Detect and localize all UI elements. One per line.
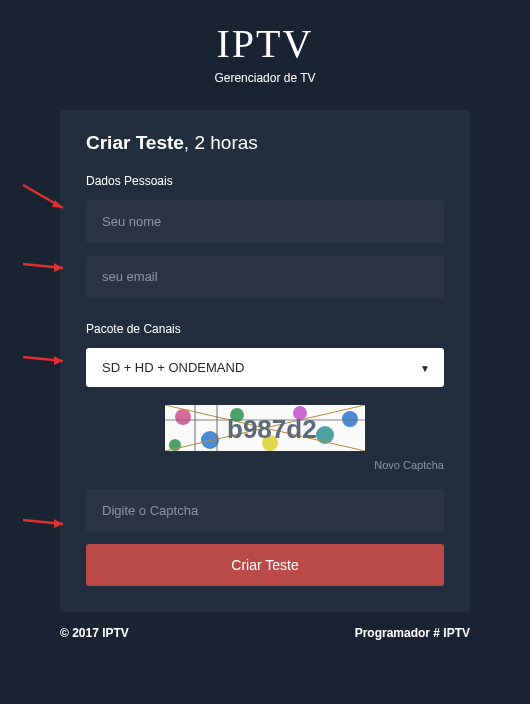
svg-point-2 (201, 431, 219, 449)
svg-line-17 (23, 264, 63, 268)
package-select-wrap: SD + HD + ONDEMAND ▼ (86, 348, 444, 387)
page-header: IPTV Gerenciador de TV (0, 0, 530, 95)
svg-text:b987d2: b987d2 (227, 414, 317, 444)
submit-button[interactable]: Criar Teste (86, 544, 444, 586)
card-title-bold: Criar Teste (86, 132, 184, 153)
svg-line-19 (23, 357, 63, 361)
logo: IPTV (0, 20, 530, 67)
page-footer: © 2017 IPTV Programador # IPTV (0, 612, 530, 640)
card-title-rest: , 2 horas (184, 132, 258, 153)
captcha-input[interactable] (86, 489, 444, 532)
card-title: Criar Teste, 2 horas (86, 132, 444, 154)
email-input[interactable] (86, 255, 444, 298)
header-subtitle: Gerenciador de TV (0, 71, 530, 85)
personal-data-label: Dados Pessoais (86, 174, 444, 188)
svg-line-21 (23, 520, 63, 524)
form-card: Criar Teste, 2 horas Dados Pessoais Paco… (60, 110, 470, 612)
svg-point-1 (175, 409, 191, 425)
copyright-text: © 2017 IPTV (60, 626, 129, 640)
developer-text: Programador # IPTV (355, 626, 470, 640)
svg-line-15 (23, 185, 63, 208)
captcha-image: b987d2 (165, 405, 365, 451)
svg-point-7 (342, 411, 358, 427)
channels-label: Pacote de Canais (86, 322, 444, 336)
new-captcha-link[interactable]: Novo Captcha (86, 459, 444, 471)
package-select[interactable]: SD + HD + ONDEMAND (86, 348, 444, 387)
name-input[interactable] (86, 200, 444, 243)
